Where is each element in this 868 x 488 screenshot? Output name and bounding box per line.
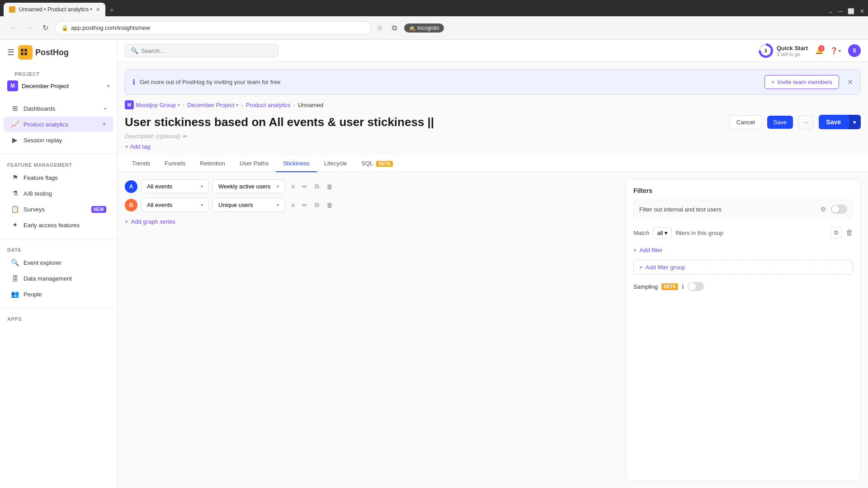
add-filter-group-btn[interactable]: + Add filter group [633,260,853,275]
series-b-filter-btn[interactable]: ≡ [288,199,297,211]
match-copy-btn[interactable]: ⧉ [830,227,842,239]
match-delete-btn[interactable]: 🗑 [846,229,853,237]
save-inline-btn[interactable]: Save [767,116,793,129]
series-a-metric-select[interactable]: Weekly active users ▾ [212,179,285,193]
sidebar-item-event-explorer[interactable]: 🔍 Event explorer [4,255,113,270]
series-b-edit-btn[interactable]: ✏ [299,199,310,211]
sidebar-item-product-analytics[interactable]: 📈 Product analytics + [4,117,113,132]
tab-stickiness[interactable]: Stickiness [276,155,317,172]
sidebar-item-label: Surveys [24,206,87,213]
sampling-info-icon[interactable]: ℹ [682,283,684,290]
menu-toggle-btn[interactable]: ☰ [7,47,14,57]
invite-team-btn[interactable]: + Invite team members [764,75,839,89]
tab-sql[interactable]: SQL BETA [354,155,400,172]
series-a-copy-btn[interactable]: ⧉ [312,181,322,192]
breadcrumb-section[interactable]: Product analytics [246,102,291,108]
bookmark-btn[interactable]: ☆ [375,22,385,34]
search-container[interactable]: 🔍 [125,44,278,57]
project-selector[interactable]: M December Project ▾ [7,79,110,93]
tab-trends[interactable]: Trends [125,155,157,172]
internal-filter-row: Filter out internal and test users ⚙ [633,200,853,219]
series-a-filter-btn[interactable]: ≡ [288,181,297,192]
tab-ctrl-close[interactable]: ✕ [860,8,864,14]
filter-gear-icon[interactable]: ⚙ [821,206,826,213]
add-insight-btn[interactable]: + [102,120,106,128]
internal-filter-label: Filter out internal and test users [639,206,816,213]
series-b-delete-btn[interactable]: 🗑 [324,199,335,211]
sampling-label: Sampling [633,283,658,290]
forward-btn[interactable]: → [24,22,36,34]
search-input[interactable] [141,47,273,54]
tab-funnels[interactable]: Funnels [157,155,193,172]
tab-title: Unnamed • Product analytics • [19,6,92,13]
breadcrumb-project-chevron: ▾ [236,103,238,108]
tab-user-paths[interactable]: User Paths [232,155,276,172]
back-btn[interactable]: ← [7,22,20,34]
extension-btn[interactable]: ⧉ [390,22,399,34]
sidebar-item-session-replay[interactable]: ▶ Session replay [4,132,113,148]
dashboards-chevron-icon: ▾ [104,106,106,111]
tab-retention[interactable]: Retention [193,155,232,172]
match-value-select[interactable]: all ▾ [653,227,672,239]
add-filter-icon: + [633,247,637,253]
save-main-btn[interactable]: Save [819,115,848,129]
sidebar-item-surveys[interactable]: 📋 Surveys NEW [4,202,113,217]
notifications-btn[interactable]: 🔔 0 [815,47,823,54]
sidebar-item-feature-flags[interactable]: ⚑ Feature flags [4,170,113,185]
sidebar-item-dashboards[interactable]: ⊞ Dashboards ▾ [4,101,113,116]
invite-btn-label: Invite team members [778,79,832,85]
people-icon: 👥 [11,290,19,298]
sidebar-item-label: Product analytics [24,121,98,128]
add-filter-btn[interactable]: + Add filter [633,244,853,256]
query-area: A All events ▾ Weekly active users ▾ ≡ ✏ [118,172,868,488]
tab-close-btn[interactable]: ✕ [96,7,100,13]
quick-start-btn[interactable]: 3 Quick Start 3 still to go [759,43,808,58]
more-options-btn[interactable]: ··· [798,115,813,129]
address-bar[interactable]: 🔒 app.posthog.com/insights/new [55,21,371,34]
help-btn[interactable]: ❓ ▾ [830,47,841,54]
series-a-delete-btn[interactable]: 🗑 [324,181,335,192]
help-chevron: ▾ [839,48,841,53]
insight-title[interactable]: User stickiness based on All events & us… [125,115,724,129]
project-section-label: PROJECT [7,69,110,79]
sidebar-item-ab-testing[interactable]: ⚗ A/B testing [4,186,113,201]
sampling-row: Sampling BETA ℹ [633,282,853,291]
save-dropdown-btn[interactable]: ▾ [848,115,861,129]
cancel-btn[interactable]: Cancel [730,115,761,129]
browser-tab[interactable]: Unnamed • Product analytics • ✕ [4,3,105,16]
add-tag-btn[interactable]: + Add tag [125,142,861,154]
tab-ctrl-down[interactable]: ⌄ [828,8,833,14]
tab-ctrl-maximize[interactable]: ⬜ [848,8,854,14]
tab-ctrl-minimize[interactable]: ─ [838,8,842,14]
series-a-actions: ≡ ✏ ⧉ 🗑 [288,181,335,192]
session-replay-icon: ▶ [11,136,19,144]
sidebar-item-early-access[interactable]: ✦ Early access features [4,217,113,233]
series-a-event-select[interactable]: All events ▾ [141,179,209,193]
apps-label: APPS [0,314,117,324]
series-a-edit-btn[interactable]: ✏ [299,181,310,192]
series-b-copy-btn[interactable]: ⧉ [312,199,322,211]
series-b-metric-select[interactable]: Unique users ▾ [212,198,285,212]
refresh-btn[interactable]: ↻ [40,22,51,34]
tab-bar: Unnamed • Product analytics • ✕ + ⌄ ─ ⬜ … [0,0,868,16]
sidebar-divider3 [0,308,117,308]
edit-description-icon[interactable]: ✏ [183,133,188,140]
project-avatar: M [7,80,18,91]
user-avatar[interactable]: S [848,44,861,57]
sidebar-item-label: A/B testing [24,190,106,197]
breadcrumb-group[interactable]: M Moodjoy Group ▾ [125,100,180,109]
internal-filter-toggle[interactable] [831,205,847,214]
sidebar-item-data-management[interactable]: 🗄 Data management [4,271,113,286]
sampling-toggle[interactable] [688,282,704,291]
series-b-label: B [125,199,137,211]
breadcrumb-project[interactable]: December Project ▾ [187,102,238,108]
series-a-metric-value: Weekly active users [218,183,270,190]
tab-lifecycle[interactable]: Lifecycle [317,155,354,172]
add-series-btn[interactable]: + Add graph series [125,216,618,227]
sidebar-item-people[interactable]: 👥 People [4,286,113,302]
banner-close-btn[interactable]: ✕ [847,78,853,86]
insight-description-row: Description (optional) ✏ [125,132,861,142]
description-placeholder[interactable]: Description (optional) [125,133,180,140]
new-tab-btn[interactable]: + [107,6,117,14]
series-b-event-select[interactable]: All events ▾ [141,198,209,212]
